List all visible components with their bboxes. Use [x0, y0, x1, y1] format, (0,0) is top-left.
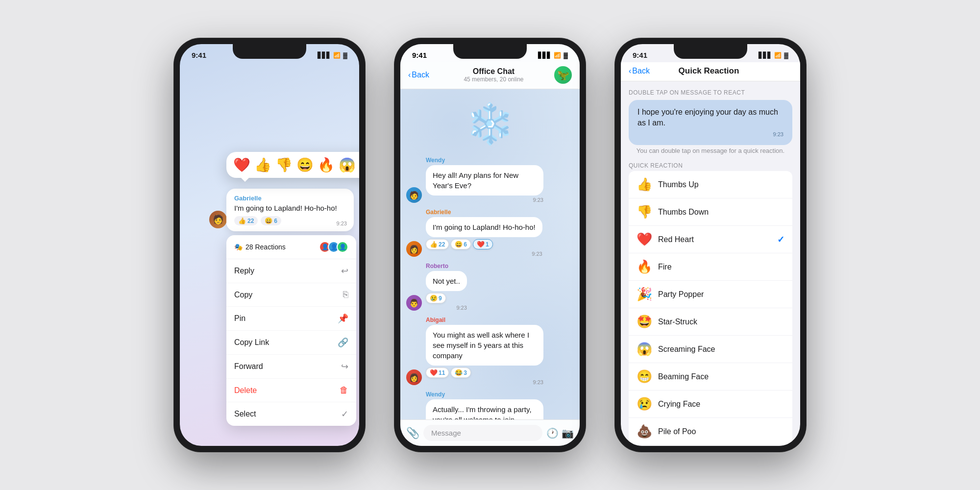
ctx-menu-copy[interactable]: Copy ⎘ [226, 283, 356, 307]
signal-icon: ▋▋▋ [318, 52, 331, 59]
react-heart[interactable]: ❤️ [233, 157, 250, 173]
screamingface-name: Screaming Face [658, 345, 784, 354]
gabrielle1-time: 9:23 [426, 251, 542, 257]
roberto-avatar: 👨 [406, 295, 422, 311]
gabrielle1-react-smile[interactable]: 😄 6 [451, 239, 471, 249]
ctx-reactions-header[interactable]: 🎭 28 Reactions 👤 👤 👤 [226, 235, 356, 259]
ctx-menu-select[interactable]: Select ✓ [226, 402, 356, 426]
back-chevron-icon: ‹ [408, 71, 411, 79]
snowflake-sticker: ❄️ [406, 101, 574, 147]
chat-back-button[interactable]: ‹ Back [408, 71, 429, 79]
ctx-forward-label: Forward [234, 362, 263, 371]
gabrielle1-content: Gabrielle I'm going to Lapland! Ho-ho-ho… [426, 209, 542, 257]
ctx-menu-pin[interactable]: Pin 📌 [226, 307, 356, 331]
voice-icon[interactable]: 🕐 [546, 427, 559, 439]
abigail1-text: You might as well ask where I see myself… [433, 330, 537, 361]
thumbsup-name: Thumbs Up [658, 180, 784, 189]
reaction-item-facevomiting[interactable]: 🤮 Face Vomiting [629, 445, 792, 446]
pileofpoo-emoji: 💩 [637, 424, 652, 439]
partypopper-emoji: 🎉 [637, 287, 652, 302]
react-fire[interactable]: 🔥 [318, 157, 335, 173]
roberto1-react-cry[interactable]: 😢 9 [426, 293, 446, 303]
reaction-item-cryingface[interactable]: 😢 Crying Face [629, 391, 792, 418]
gabrielle1-react-thumbsup[interactable]: 👍 22 [426, 239, 449, 249]
gabrielle1-react-heart[interactable]: ❤️ 1 [473, 239, 493, 249]
wendy2-sender: Wendy [426, 391, 543, 398]
battery-icon-2: ▓ [564, 52, 568, 59]
settings-title: Quick Reaction [650, 66, 768, 76]
abigail1-react-laugh[interactable]: 😂 3 [451, 368, 471, 378]
react-thumbsdown[interactable]: 👎 [275, 157, 293, 173]
thumbsdown-name: Thumbs Down [658, 208, 784, 217]
ctx-copy-label: Copy [234, 291, 252, 299]
wendy1-bubble: Hey all! Any plans for New Year's Eve? [426, 165, 543, 196]
chat-message-roberto1: 👨 Roberto Not yet.. 😢 9 9:23 [406, 263, 574, 311]
redheart-emoji: ❤️ [637, 232, 652, 247]
phone-2-notch [453, 44, 527, 59]
gabrielle1-text: I'm going to Lapland! Ho-ho-ho! [433, 222, 536, 232]
signal-icon-2: ▋▋▋ [538, 52, 551, 59]
ctx-reaction-smile-count: 6 [274, 218, 277, 224]
ctx-reply-label: Reply [234, 267, 254, 275]
copy-icon: ⎘ [343, 290, 348, 300]
double-tap-label: DOUBLE TAP ON MESSAGE TO REACT [629, 89, 792, 96]
message-avatar-ctx: 🧑 [209, 211, 227, 228]
abigail1-react-heart[interactable]: ❤️ 11 [426, 368, 449, 378]
thumbsup-emoji: 👍 [637, 177, 652, 192]
abigail1-bubble: You might as well ask where I see myself… [426, 325, 543, 366]
ctx-menu-delete[interactable]: Delete 🗑 [226, 379, 356, 402]
attach-icon[interactable]: 📎 [406, 427, 419, 440]
ctx-menu-reply[interactable]: Reply ↩ [226, 259, 356, 283]
starstruck-name: Star-Struck [658, 318, 784, 326]
ctx-menu-copylink[interactable]: Copy Link 🔗 [226, 331, 356, 355]
beamingface-emoji: 😁 [637, 369, 652, 384]
abigail1-time: 9:23 [426, 379, 543, 385]
thumbsdown-emoji: 👎 [637, 204, 652, 220]
forward-icon: ↪ [341, 361, 348, 372]
phones-container: 9:41 ▋▋▋ 📶 ▓ ❤️ 👍 👎 😄 🔥 😱 ⚡ 🧑 [174, 38, 806, 452]
phone-3-notch [674, 44, 747, 59]
reaction-item-fire[interactable]: 🔥 Fire [629, 253, 792, 281]
delete-icon: 🗑 [340, 385, 348, 395]
chat-header-info: Office Chat 45 members, 20 online [433, 67, 554, 83]
camera-icon[interactable]: 📷 [562, 427, 574, 439]
ctx-reaction-thumbsup[interactable]: 👍 22 [234, 216, 258, 225]
ctx-msg-time: 9:23 [337, 220, 347, 226]
reaction-item-screamingface[interactable]: 😱 Screaming Face [629, 336, 792, 363]
wifi-icon: 📶 [333, 52, 341, 59]
gabrielle1-sender: Gabrielle [426, 209, 542, 216]
phone-3-screen: 9:41 ▋▋▋ 📶 ▓ ‹ Back Quick Reaction [621, 44, 800, 446]
reaction-item-thumbsdown[interactable]: 👎 Thumbs Down [629, 198, 792, 226]
settings-back-button[interactable]: ‹ Back [629, 67, 650, 75]
redheart-check: ✓ [777, 234, 784, 245]
settings-body: DOUBLE TAP ON MESSAGE TO REACT I hope yo… [621, 81, 800, 446]
wendy1-time: 9:23 [426, 197, 543, 203]
pileofpoo-name: Pile of Poo [658, 427, 784, 436]
reaction-item-thumbsup[interactable]: 👍 Thumbs Up [629, 171, 792, 198]
ctx-menu-forward[interactable]: Forward ↪ [226, 355, 356, 379]
ctx-reaction-smile[interactable]: 😄 6 [261, 216, 281, 225]
reaction-item-starstruck[interactable]: 🤩 Star-Struck [629, 308, 792, 336]
roberto1-bubble: Not yet.. [426, 271, 467, 291]
select-icon: ✓ [341, 409, 348, 419]
reaction-item-beamingface[interactable]: 😁 Beaming Face [629, 363, 792, 391]
ctx-delete-label: Delete [234, 386, 257, 395]
react-smile[interactable]: 😄 [296, 157, 314, 173]
chat-message-wendy2: 🧑 Wendy Actually... I'm throwing a party… [406, 391, 574, 419]
chat-avatar[interactable]: 🦖 [554, 66, 572, 84]
link-icon: 🔗 [338, 337, 348, 348]
reaction-item-pileofpoo[interactable]: 💩 Pile of Poo [629, 418, 792, 445]
emoji-reaction-bar[interactable]: ❤️ 👍 👎 😄 🔥 😱 ⚡ [226, 152, 359, 178]
input-placeholder: Message [431, 429, 461, 437]
roberto1-content: Roberto Not yet.. 😢 9 9:23 [426, 263, 467, 311]
phone-1-status-icons: ▋▋▋ 📶 ▓ [318, 52, 347, 59]
fire-name: Fire [658, 263, 784, 271]
reaction-item-redheart[interactable]: ❤️ Red Heart ✓ [629, 226, 792, 253]
reaction-item-partypopper[interactable]: 🎉 Party Popper [629, 281, 792, 308]
react-thumbsup[interactable]: 👍 [254, 157, 271, 173]
ctx-select-label: Select [234, 410, 256, 418]
reaction-avatars: 👤 👤 👤 [319, 241, 348, 253]
react-scream[interactable]: 😱 [339, 157, 356, 173]
chat-input-field[interactable]: Message [423, 425, 542, 441]
quick-reaction-section-label: QUICK REACTION [629, 162, 792, 169]
